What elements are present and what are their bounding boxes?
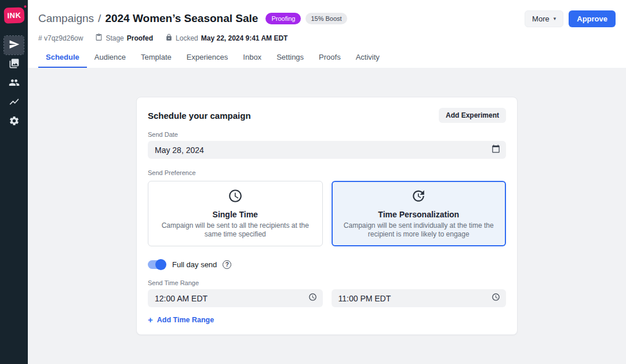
time-range-start-value: 12:00 AM EDT bbox=[155, 294, 208, 303]
option-time-personalization[interactable]: Time Personalization Campaign will be se… bbox=[332, 181, 507, 246]
tab-bar: Schedule Audience Template Experiences I… bbox=[38, 50, 616, 68]
stage-meta: Stage Proofed bbox=[95, 34, 153, 43]
campaign-meta-row: # v7qz9d26ow Stage Proofed Locked May 22… bbox=[38, 34, 616, 43]
tab-audience[interactable]: Audience bbox=[87, 50, 133, 68]
send-icon bbox=[9, 39, 20, 52]
add-time-range-button[interactable]: + Add Time Range bbox=[148, 315, 506, 324]
more-button[interactable]: More ▾ bbox=[525, 10, 563, 27]
clock-icon bbox=[228, 195, 243, 205]
campaign-id: # v7qz9d26ow bbox=[38, 34, 83, 42]
tab-experiences[interactable]: Experiences bbox=[179, 50, 236, 68]
sidebar-item-settings[interactable] bbox=[4, 112, 24, 131]
header-row: Campaigns / 2024 Women’s Seasonal Sale P… bbox=[38, 10, 616, 27]
send-time-range-inputs: 12:00 AM EDT 11:00 PM EDT bbox=[148, 286, 506, 307]
lock-icon bbox=[165, 34, 173, 43]
send-preference-options: Single Time Campaign will be sent to all… bbox=[148, 181, 506, 246]
add-time-range-label: Add Time Range bbox=[157, 316, 214, 324]
send-date-label: Send Date bbox=[148, 131, 506, 138]
tab-settings[interactable]: Settings bbox=[269, 50, 311, 68]
calendar-icon bbox=[492, 144, 500, 155]
sidebar-nav bbox=[4, 36, 24, 131]
toggle-knob bbox=[155, 259, 166, 270]
header-actions: More ▾ Approve bbox=[525, 10, 616, 27]
send-date-value: May 28, 2024 bbox=[155, 145, 204, 155]
brand-logo-mark: INK bbox=[3, 7, 24, 23]
time-personalization-title: Time Personalization bbox=[340, 210, 498, 219]
time-range-end-value: 11:00 PM EDT bbox=[339, 294, 391, 303]
full-day-send-label: Full day send bbox=[172, 260, 217, 269]
page-title: 2024 Women’s Seasonal Sale bbox=[105, 12, 258, 25]
time-personalization-description: Campaign will be sent individually at th… bbox=[340, 221, 498, 239]
card-title: Schedule your campaign bbox=[148, 111, 251, 121]
chart-trend-icon bbox=[9, 96, 20, 110]
tab-schedule[interactable]: Schedule bbox=[38, 50, 87, 68]
single-time-title: Single Time bbox=[156, 210, 314, 219]
people-icon bbox=[9, 77, 20, 90]
tab-proofs[interactable]: Proofs bbox=[311, 50, 348, 68]
plus-icon: + bbox=[148, 315, 153, 324]
option-single-time[interactable]: Single Time Campaign will be sent to all… bbox=[148, 181, 323, 246]
full-day-send-toggle[interactable] bbox=[148, 260, 165, 269]
chevron-down-icon: ▾ bbox=[554, 16, 556, 21]
brand-logo[interactable]: INK bbox=[0, 0, 28, 30]
locked-meta: Locked May 22, 2024 9:41 AM EDT bbox=[165, 34, 287, 43]
add-experiment-button[interactable]: Add Experiment bbox=[439, 108, 506, 123]
locked-label: Locked bbox=[176, 34, 198, 42]
tab-activity[interactable]: Activity bbox=[348, 50, 387, 68]
full-day-send-row: Full day send ? bbox=[148, 260, 506, 269]
schedule-card: Schedule your campaign Add Experiment Se… bbox=[136, 97, 518, 335]
sidebar-item-audiences[interactable] bbox=[4, 74, 24, 93]
tab-inbox[interactable]: Inbox bbox=[235, 50, 269, 68]
single-time-description: Campaign will be sent to all the recipie… bbox=[156, 221, 314, 239]
photo-library-icon bbox=[9, 58, 20, 71]
locked-value: May 22, 2024 9:41 AM EDT bbox=[201, 34, 288, 42]
status-badge: Proofing bbox=[265, 13, 301, 24]
sidebar: INK bbox=[0, 0, 28, 364]
clipboard-icon bbox=[95, 34, 103, 43]
approve-button[interactable]: Approve bbox=[569, 10, 616, 27]
stage-label: Stage bbox=[105, 34, 123, 42]
card-header: Schedule your campaign Add Experiment bbox=[148, 108, 506, 123]
tab-template[interactable]: Template bbox=[133, 50, 179, 68]
clock-icon bbox=[492, 293, 500, 304]
send-time-range-label: Send Time Range bbox=[148, 279, 506, 286]
breadcrumb-campaigns[interactable]: Campaigns bbox=[38, 12, 94, 25]
send-preference-label: Send Preference bbox=[148, 169, 506, 176]
help-icon[interactable]: ? bbox=[223, 260, 231, 269]
sidebar-item-library[interactable] bbox=[4, 55, 24, 74]
stage-value: Proofed bbox=[127, 34, 153, 42]
clock-icon bbox=[308, 293, 317, 304]
time-range-start-input[interactable]: 12:00 AM EDT bbox=[148, 289, 323, 307]
sidebar-item-analytics[interactable] bbox=[4, 93, 24, 112]
send-date-input[interactable]: May 28, 2024 bbox=[148, 141, 506, 159]
main-area: Campaigns / 2024 Women’s Seasonal Sale P… bbox=[28, 0, 626, 364]
sidebar-item-campaigns[interactable] bbox=[4, 36, 24, 54]
topbar: Campaigns / 2024 Women’s Seasonal Sale P… bbox=[28, 0, 626, 68]
gear-icon bbox=[9, 115, 20, 129]
breadcrumb-separator: / bbox=[98, 12, 101, 25]
time-range-end-input[interactable]: 11:00 PM EDT bbox=[332, 289, 507, 307]
boost-badge: 15% Boost bbox=[305, 13, 347, 24]
content-area: Schedule your campaign Add Experiment Se… bbox=[28, 68, 626, 364]
clock-update-icon bbox=[411, 195, 426, 205]
